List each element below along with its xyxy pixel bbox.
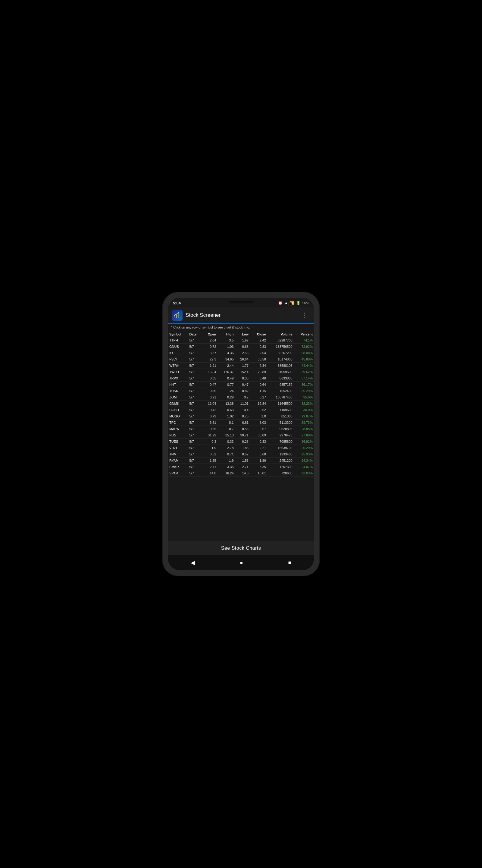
symbol-cell: HHT xyxy=(168,381,188,388)
table-row[interactable]: ZOM5/70.210.290.20.2716576743835.0% xyxy=(168,394,314,401)
data-cell: 5/7 xyxy=(188,426,201,432)
symbol-cell: TPC xyxy=(168,420,188,426)
table-row[interactable]: HHT5/70.470.770.470.64935715236.17% xyxy=(168,381,314,388)
percent-cell: 32.23% xyxy=(294,401,314,407)
status-time: 5:04 xyxy=(173,301,181,305)
symbol-cell: GNUS xyxy=(168,344,188,350)
back-button[interactable]: ◀ xyxy=(185,558,201,567)
data-cell: 0.82 xyxy=(235,388,250,394)
data-cell: 0.33 xyxy=(218,438,235,445)
svg-rect-2 xyxy=(178,313,179,318)
table-row[interactable]: RYAM5/71.551.91.531.89245120024.34% xyxy=(168,458,314,464)
data-cell: 2.21 xyxy=(250,445,267,451)
data-cell: 2.71 xyxy=(235,464,250,470)
symbol-cell: VUZI xyxy=(168,445,188,451)
data-cell: 34.65 xyxy=(218,356,235,363)
data-cell: 11.01 xyxy=(235,401,250,407)
data-cell: 31059500 xyxy=(267,369,294,375)
table-row[interactable]: IO5/73.374.362.552.645526720058.08% xyxy=(168,350,314,356)
data-cell: 55267200 xyxy=(267,350,294,356)
data-cell: 165767438 xyxy=(267,394,294,401)
table-row[interactable]: EMKR5/72.713.352.713.35126730024.07% xyxy=(168,464,314,470)
symbol-cell: SPAR xyxy=(168,470,188,476)
symbol-cell: HGSH xyxy=(168,407,188,413)
table-row[interactable]: TPC5/76.818.16.818.03511330029.73% xyxy=(168,420,314,426)
data-cell: 176.37 xyxy=(218,369,235,375)
table-row[interactable]: GNUS5/70.721.030.680.8313375650072.92% xyxy=(168,344,314,350)
data-cell: 0.55 xyxy=(201,426,218,432)
data-cell: 2.34 xyxy=(250,363,267,369)
table-row[interactable]: HGSH5/70.420.630.40.52110960030.0% xyxy=(168,407,314,413)
table-row[interactable]: MARA5/70.550.70.530.67952889828.85% xyxy=(168,426,314,432)
col-high: High xyxy=(218,331,235,337)
data-cell: 5113300 xyxy=(267,420,294,426)
data-cell: 1.9 xyxy=(201,445,218,451)
data-cell: 0.21 xyxy=(201,394,218,401)
data-cell: 1109600 xyxy=(267,407,294,413)
data-cell: 2.42 xyxy=(250,337,267,344)
table-row[interactable]: TUSK5/70.861.240.821.15155240035.29% xyxy=(168,388,314,394)
recents-button[interactable]: ■ xyxy=(282,558,297,567)
data-cell: 5/7 xyxy=(188,464,201,470)
symbol-cell: GNMK xyxy=(168,401,188,407)
data-cell: 1.92 xyxy=(235,337,250,344)
hint-text: * Click on any row or symbol to see char… xyxy=(168,324,314,331)
symbol-cell: TRPX xyxy=(168,375,188,381)
col-low: Low xyxy=(235,331,250,337)
data-cell: 0.35 xyxy=(235,375,250,381)
table-row[interactable]: TTPH5/72.043.51.922.425228770074.1% xyxy=(168,337,314,344)
percent-cell: 37.14% xyxy=(294,375,314,381)
table-row[interactable]: WTRH5/71.912.441.772.343858810344.44% xyxy=(168,363,314,369)
percent-cell: 58.08% xyxy=(294,350,314,356)
percent-cell: 26.92% xyxy=(294,438,314,445)
data-cell: 7085800 xyxy=(267,438,294,445)
col-date: Date xyxy=(188,331,201,337)
col-symbol: Symbol xyxy=(168,331,188,337)
table-row[interactable]: NUS5/731.2935.1330.7135.09297847827.88% xyxy=(168,432,314,438)
data-cell: 133756500 xyxy=(267,344,294,350)
data-cell: 30.71 xyxy=(235,432,250,438)
data-cell: 2978478 xyxy=(267,432,294,438)
table-row[interactable]: GNMK5/711.0413.3811.0112.841164550032.23… xyxy=(168,401,314,407)
data-cell: 38588103 xyxy=(267,363,294,369)
data-cell: 1.91 xyxy=(201,363,218,369)
data-cell: 5/7 xyxy=(188,381,201,388)
symbol-cell: THM xyxy=(168,451,188,458)
table-row[interactable]: THM5/70.520.710.520.68123340025.93% xyxy=(168,451,314,458)
data-cell: 8633800 xyxy=(267,375,294,381)
percent-cell: 24.07% xyxy=(294,464,314,470)
data-cell: 8.03 xyxy=(250,420,267,426)
data-cell: 2.71 xyxy=(201,464,218,470)
data-cell: 1.24 xyxy=(218,388,235,394)
percent-cell: 28.85% xyxy=(294,426,314,432)
data-cell: 8.1 xyxy=(218,420,235,426)
data-cell: 5/7 xyxy=(188,394,201,401)
see-stock-charts-button[interactable]: See Stock Charts xyxy=(168,541,314,555)
table-row[interactable]: TUES5/70.30.330.280.33708580026.92% xyxy=(168,438,314,445)
data-cell: 5/7 xyxy=(188,420,201,426)
svg-rect-0 xyxy=(174,316,175,318)
data-cell: 2.78 xyxy=(218,445,235,451)
menu-button[interactable]: ⋮ xyxy=(299,310,310,320)
table-row[interactable]: TWLO5/7152.4176.37152.4170.893105950039.… xyxy=(168,369,314,375)
data-cell: 0.7 xyxy=(218,426,235,432)
data-cell: 2.04 xyxy=(201,337,218,344)
data-cell: 0.71 xyxy=(218,451,235,458)
table-row[interactable]: FSLY5/729.334.6526.6433.581817480045.68% xyxy=(168,356,314,363)
data-cell: 0.49 xyxy=(218,375,235,381)
table-row[interactable]: TRPX5/70.350.490.350.48863380037.14% xyxy=(168,375,314,381)
data-cell: 0.48 xyxy=(250,375,267,381)
data-cell: 0.77 xyxy=(218,381,235,388)
table-row[interactable]: VUZI5/71.92.781.852.211663970026.29% xyxy=(168,445,314,451)
table-row[interactable]: SPAR5/714.016.2414.016.0172060022.03% xyxy=(168,470,314,476)
symbol-cell: ZOM xyxy=(168,394,188,401)
stock-table-container[interactable]: Symbol Date Open High Low Close Volume P… xyxy=(168,331,314,541)
data-cell: 3.35 xyxy=(218,464,235,470)
table-row[interactable]: MOGO5/70.791.020.751.085130029.87% xyxy=(168,413,314,420)
camera xyxy=(288,302,292,306)
symbol-cell: NUS xyxy=(168,432,188,438)
data-cell: 0.68 xyxy=(235,344,250,350)
data-cell: 52287700 xyxy=(267,337,294,344)
data-cell: 16639700 xyxy=(267,445,294,451)
data-cell: 5/7 xyxy=(188,445,201,451)
